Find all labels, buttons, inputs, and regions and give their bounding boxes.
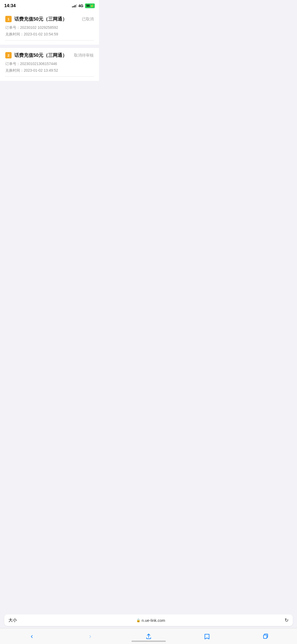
order-title-group-1: 1 话费充值50元（三网通） (5, 16, 67, 22)
signal-icon (72, 4, 77, 7)
order-id-value-2: 202301021306157446 (20, 62, 57, 66)
order-status-1: 已取消 (82, 17, 94, 22)
order-badge-2: 2 (5, 52, 12, 58)
content-area: 1 话费充值50元（三网通） 已取消 订单号：20230102 10292585… (0, 12, 99, 81)
order-time-label-1: 兑换时间： (5, 32, 24, 36)
order-title-2: 话费充值50元（三网通） (14, 52, 67, 58)
order-time-row-1: 兑换时间：2023-01-02 10:54:59 (5, 31, 94, 37)
status-time: 14:34 (4, 3, 16, 8)
order-id-row-1: 订单号：20230102 1029258592 (5, 25, 94, 30)
battery-level: 98 (86, 4, 90, 8)
status-bar: 14:34 4G 98 ⚡ (0, 0, 99, 12)
order-header-1: 1 话费充值50元（三网通） 已取消 (5, 16, 94, 22)
order-meta-2: 订单号：202301021306157446 兑换时间：2023-01-02 1… (5, 61, 94, 73)
order-id-row-2: 订单号：202301021306157446 (5, 61, 94, 67)
order-id-label-1: 订单号： (5, 25, 20, 30)
order-status-2: 取消待审核 (74, 53, 94, 58)
network-type: 4G (78, 4, 83, 8)
order-id-label-2: 订单号： (5, 62, 20, 66)
order-meta-1: 订单号：20230102 1029258592 兑换时间：2023-01-02 … (5, 25, 94, 37)
order-title-group-2: 2 话费充值50元（三网通） (5, 52, 67, 58)
order-card-1: 1 话费充值50元（三网通） 已取消 订单号：20230102 10292585… (0, 12, 99, 45)
order-badge-1: 1 (5, 16, 12, 22)
card-divider-1 (5, 40, 94, 40)
order-id-value-1: 20230102 1029258592 (20, 25, 58, 30)
card-divider-2 (5, 76, 94, 77)
order-time-label-2: 兑换时间： (5, 68, 24, 72)
battery-indicator: 98 ⚡ (85, 3, 95, 8)
order-header-2: 2 话费充值50元（三网通） 取消待审核 (5, 52, 94, 58)
order-card-2: 2 话费充值50元（三网通） 取消待审核 订单号：202301021306157… (0, 48, 99, 81)
order-title-1: 话费充值50元（三网通） (14, 16, 67, 22)
order-time-row-2: 兑换时间：2023-01-02 13:49:52 (5, 68, 94, 73)
order-time-value-2: 2023-01-02 13:49:52 (24, 68, 58, 72)
status-icons: 4G 98 ⚡ (72, 3, 95, 8)
battery-charging-icon: ⚡ (90, 4, 93, 7)
order-time-value-1: 2023-01-02 10:54:59 (24, 32, 58, 36)
